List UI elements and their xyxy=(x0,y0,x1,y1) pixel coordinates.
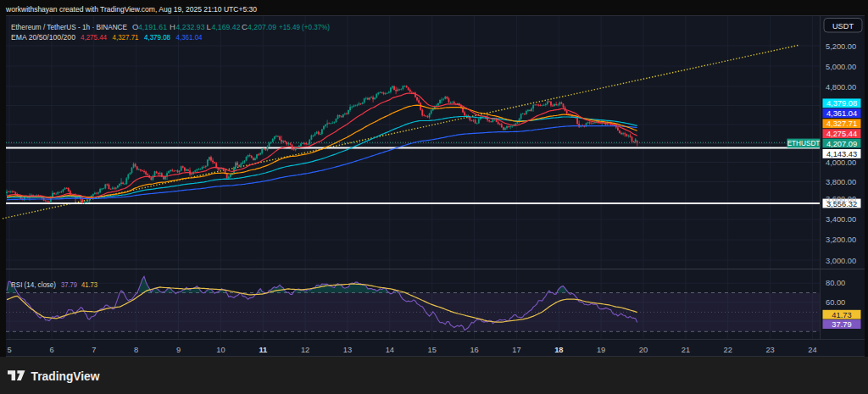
svg-text:4,207.09: 4,207.09 xyxy=(248,22,276,31)
svg-text:4,361.04: 4,361.04 xyxy=(176,32,203,42)
svg-text:24: 24 xyxy=(808,346,816,354)
svg-text:4,361.04: 4,361.04 xyxy=(826,109,857,118)
svg-text:5,000.00: 5,000.00 xyxy=(826,63,856,71)
svg-text:4,379.08: 4,379.08 xyxy=(826,99,857,108)
svg-text:EMA 20/50/100/200: EMA 20/50/100/200 xyxy=(11,32,75,42)
svg-text:8: 8 xyxy=(134,346,138,354)
svg-text:60.00: 60.00 xyxy=(826,298,845,307)
svg-text:H: H xyxy=(170,22,175,31)
svg-text:4,000.00: 4,000.00 xyxy=(826,158,856,167)
svg-text:13: 13 xyxy=(343,346,352,354)
svg-text:37.79: 37.79 xyxy=(61,280,77,289)
svg-text:4,169.42: 4,169.42 xyxy=(212,22,241,31)
svg-text:TradingView: TradingView xyxy=(31,370,100,383)
svg-text:41.73: 41.73 xyxy=(832,311,851,319)
svg-text:4,327.71: 4,327.71 xyxy=(826,119,857,128)
svg-text:22: 22 xyxy=(724,346,732,354)
svg-text:80.00: 80.00 xyxy=(826,279,845,287)
svg-text:15: 15 xyxy=(428,346,437,354)
svg-text:7: 7 xyxy=(92,346,96,354)
svg-text:16: 16 xyxy=(470,346,478,354)
svg-text:14: 14 xyxy=(386,346,394,354)
svg-text:4,327.71: 4,327.71 xyxy=(113,32,139,42)
svg-text:4,275.44: 4,275.44 xyxy=(81,32,107,42)
svg-text:3,200.00: 3,200.00 xyxy=(826,236,856,244)
svg-text:L: L xyxy=(207,22,211,31)
svg-text:workwithshayan created with Tr: workwithshayan created with TradingView.… xyxy=(5,5,257,14)
svg-text:ETHUSDT: ETHUSDT xyxy=(787,140,821,147)
svg-text:41.73: 41.73 xyxy=(81,280,97,289)
svg-text:4,379.08: 4,379.08 xyxy=(144,32,170,42)
svg-text:C: C xyxy=(242,22,248,31)
svg-text:17: 17 xyxy=(512,346,520,354)
svg-text:+15.49 (+0.37%): +15.49 (+0.37%) xyxy=(279,22,330,31)
svg-text:21: 21 xyxy=(682,346,690,354)
svg-text:5: 5 xyxy=(8,346,12,354)
svg-text:4,143.43: 4,143.43 xyxy=(826,150,857,158)
svg-text:6: 6 xyxy=(49,346,53,354)
svg-text:37.79: 37.79 xyxy=(832,320,851,329)
svg-text:4,207.09: 4,207.09 xyxy=(826,140,857,148)
svg-text:USDT: USDT xyxy=(832,22,854,31)
svg-text:RSI (14, close): RSI (14, close) xyxy=(11,280,56,289)
svg-text:4,232.93: 4,232.93 xyxy=(176,22,205,31)
svg-text:3,400.00: 3,400.00 xyxy=(826,215,856,224)
svg-text:11: 11 xyxy=(259,346,267,354)
svg-text:4,191.61: 4,191.61 xyxy=(138,22,167,31)
svg-text:5,200.00: 5,200.00 xyxy=(826,42,856,51)
svg-text:3,600.00: 3,600.00 xyxy=(826,195,856,203)
svg-text:18: 18 xyxy=(554,346,563,354)
svg-text:4,800.00: 4,800.00 xyxy=(826,83,856,92)
svg-text:4,275.44: 4,275.44 xyxy=(826,130,857,138)
svg-text:10: 10 xyxy=(216,346,225,354)
svg-text:Ethereum / TetherUS - 1h · BIN: Ethereum / TetherUS - 1h · BINANCE xyxy=(11,22,127,31)
svg-text:20: 20 xyxy=(639,346,648,354)
svg-text:23: 23 xyxy=(765,346,774,354)
svg-text:12: 12 xyxy=(301,346,309,354)
svg-text:9: 9 xyxy=(176,346,181,354)
svg-text:19: 19 xyxy=(597,346,605,354)
svg-text:3,000.00: 3,000.00 xyxy=(826,257,856,265)
svg-text:3,800.00: 3,800.00 xyxy=(826,178,856,186)
